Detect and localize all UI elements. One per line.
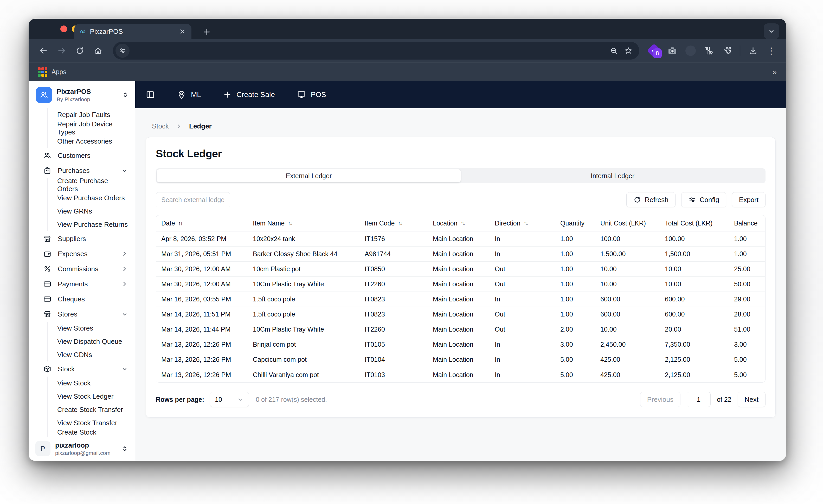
sidebar-item-label: Stores — [58, 310, 77, 318]
reload-icon[interactable] — [72, 43, 88, 59]
sidebar-item-stores[interactable]: Stores — [29, 307, 135, 322]
table-row[interactable]: Mar 30, 2026, 12:00 AM10cm Plastic potIT… — [156, 262, 765, 277]
table-row[interactable]: Mar 14, 2026, 11:44 PM10Cm Plastic Tray … — [156, 322, 765, 337]
home-icon[interactable] — [90, 43, 106, 59]
cell: Mar 13, 2026, 12:26 PM — [156, 371, 248, 379]
zoom-page-icon[interactable] — [607, 43, 621, 58]
tab-close-icon[interactable] — [179, 28, 186, 35]
sort-icon[interactable]: ↑↓ — [288, 220, 292, 226]
cell: 2,125.00 — [660, 371, 729, 379]
cell: In — [490, 341, 555, 348]
sidebar-item-view-stock-transfer[interactable]: View Stock Transfer — [29, 416, 135, 430]
workspace-name: PixzarPOS — [57, 88, 117, 96]
workspace-switcher[interactable]: PixzarPOS By Pixzarloop — [29, 81, 135, 107]
sidebar-item-view-purchase-returns[interactable]: View Purchase Returns — [29, 218, 135, 231]
extensions-puzzle-icon[interactable] — [719, 43, 735, 59]
extension-workspace-icon[interactable]: w 8 — [646, 43, 662, 59]
column-header-date[interactable]: Date↑↓ — [156, 219, 248, 227]
sidebar-item-create-stock-adjustments[interactable]: Create Stock Adjustments — [29, 430, 135, 437]
bookmark-star-icon[interactable] — [621, 43, 636, 58]
apps-bookmark[interactable]: Apps — [38, 67, 66, 77]
sidebar-item-label: Cheques — [58, 295, 85, 303]
window-close-button[interactable] — [60, 25, 67, 32]
table-row[interactable]: Mar 13, 2026, 12:26 PMCapcicum com potIT… — [156, 352, 765, 367]
page-number-input[interactable] — [687, 392, 711, 407]
browser-menu-icon[interactable]: ⋮ — [763, 43, 779, 59]
sidebar-item-view-dispatch-queue[interactable]: View Dispatch Queue — [29, 335, 135, 348]
sidebar-item-label: Suppliers — [58, 235, 86, 243]
sidebar-item-view-purchase-orders[interactable]: View Purchase Orders — [29, 191, 135, 205]
tab-external-ledger[interactable]: External Ledger — [157, 169, 461, 182]
sidebar-item-label: Repair Job Device Types — [57, 120, 128, 136]
sidebar-item-repair-job-faults[interactable]: Repair Job Faults — [29, 108, 135, 122]
table-row[interactable]: Mar 16, 2026, 03:55 PM1.5ft coco poleIT0… — [156, 292, 765, 307]
sort-icon[interactable]: ↑↓ — [524, 220, 527, 226]
table-row[interactable]: Apr 8, 2026, 03:52 PM10x20x24 tankIT1576… — [156, 231, 765, 246]
sidebar-item-commissions[interactable]: Commissions — [29, 262, 135, 277]
table-row[interactable]: Mar 13, 2026, 12:26 PMChilli Varaniya co… — [156, 367, 765, 382]
sidebar-item-view-grns[interactable]: View GRNs — [29, 205, 135, 218]
sidebar-item-other-accessories[interactable]: Other Accessories — [29, 135, 135, 148]
sidebar-item-expenses[interactable]: Expenses — [29, 246, 135, 262]
column-header-location[interactable]: Location↑↓ — [428, 219, 490, 227]
apps-bookmark-label: Apps — [51, 68, 66, 76]
pager: Previous of 22 Next — [640, 392, 766, 407]
sort-icon[interactable]: ↑↓ — [461, 220, 465, 226]
sidebar-item-label: Customers — [58, 152, 91, 160]
search-input[interactable] — [156, 192, 230, 207]
browser-tab[interactable]: ∞ PixzarPOS — [74, 24, 191, 39]
cell: In — [490, 371, 555, 379]
sidebar-item-customers[interactable]: Customers — [29, 148, 135, 163]
rows-per-page-select[interactable]: 10 — [210, 392, 249, 407]
sidebar-item-view-stores[interactable]: View Stores — [29, 322, 135, 335]
bookmarks-overflow-icon[interactable]: » — [772, 67, 777, 76]
refresh-button[interactable]: Refresh — [626, 192, 675, 207]
address-bar[interactable] — [113, 42, 639, 59]
site-settings-icon[interactable] — [116, 44, 130, 58]
column-header-item-code[interactable]: Item Code↑↓ — [359, 219, 428, 227]
sidebar-item-repair-job-device-types[interactable]: Repair Job Device Types — [29, 122, 135, 135]
forward-icon[interactable] — [53, 43, 70, 59]
sidebar-item-stock[interactable]: Stock — [29, 361, 135, 376]
create-sale-button[interactable]: Create Sale — [223, 90, 275, 99]
table-row[interactable]: Mar 31, 2026, 05:51 PMBarker Glossy Shoe… — [156, 246, 765, 262]
table-row[interactable]: Mar 13, 2026, 12:26 PMBrinjal com potIT0… — [156, 337, 765, 352]
downloads-icon[interactable] — [745, 43, 761, 59]
config-button[interactable]: Config — [681, 192, 726, 207]
sidebar-item-create-stock-transfer[interactable]: Create Stock Transfer — [29, 403, 135, 416]
rows-per-page-label: Rows per page: — [156, 396, 204, 403]
sidebar-item-view-stock[interactable]: View Stock — [29, 376, 135, 390]
breadcrumb-parent[interactable]: Stock — [152, 122, 169, 130]
sidebar-toggle-button[interactable] — [146, 90, 155, 99]
new-tab-button[interactable] — [202, 28, 211, 36]
sidebar-item-payments[interactable]: Payments — [29, 277, 135, 292]
sidebar-item-purchases[interactable]: Purchases — [29, 163, 135, 178]
next-page-button[interactable]: Next — [738, 392, 766, 407]
sidebar-item-cheques[interactable]: Cheques — [29, 292, 135, 307]
cell: 100.00 — [660, 235, 729, 242]
back-icon[interactable] — [35, 43, 51, 59]
sidebar-item-view-gdns[interactable]: View GDNs — [29, 348, 135, 361]
tab-search-button[interactable] — [764, 23, 779, 39]
column-header-direction[interactable]: Direction↑↓ — [490, 219, 555, 227]
sidebar-item-create-purchase-orders[interactable]: Create Purchase Orders — [29, 178, 135, 191]
cell: IT2260 — [359, 326, 428, 333]
disabled-extension-icon[interactable] — [682, 43, 699, 59]
sort-icon[interactable]: ↑↓ — [398, 220, 401, 226]
sidebar-item-view-stock-ledger[interactable]: View Stock Ledger — [29, 390, 135, 403]
previous-page-button[interactable]: Previous — [640, 392, 680, 407]
pos-button[interactable]: POS — [297, 90, 326, 99]
column-header-item-name[interactable]: Item Name↑↓ — [248, 219, 359, 227]
cell: 28.00 — [729, 311, 765, 318]
table-row[interactable]: Mar 30, 2026, 12:00 AM10Cm Plastic Tray … — [156, 277, 765, 292]
location-selector[interactable]: ML — [177, 90, 201, 99]
sort-icon[interactable]: ↑↓ — [178, 220, 182, 226]
export-button[interactable]: Export — [732, 192, 766, 207]
user-menu[interactable]: P pixzarloop pixzarloop@gmail.com — [29, 437, 135, 461]
food-delivery-extension-icon[interactable] — [701, 43, 717, 59]
card-icon — [43, 280, 51, 288]
table-row[interactable]: Mar 14, 2026, 11:51 PM1.5ft coco poleIT0… — [156, 307, 765, 322]
screenshot-camera-icon[interactable] — [664, 43, 680, 59]
tab-internal-ledger[interactable]: Internal Ledger — [461, 169, 765, 182]
sidebar-item-suppliers[interactable]: Suppliers — [29, 231, 135, 246]
